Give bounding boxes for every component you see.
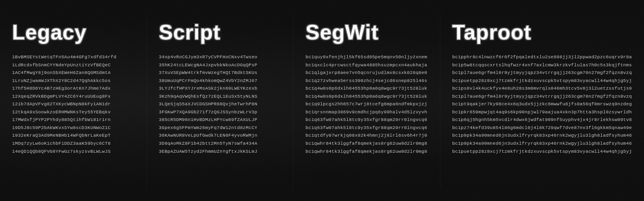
address-item[interactable]: 1LdRcdxfbSnmCYYNdeYpUnztiYzVfBEQeC xyxy=(12,61,134,69)
address-item[interactable]: bc1qwhr84tk3lggfaf8qmekjas8rg62uw8d2lr0m… xyxy=(305,148,428,156)
address-item[interactable]: 3FGKwP7XQA9Gb27if7zQGJSSynbzWLrV3p xyxy=(159,108,281,116)
address-item[interactable]: bc1pt9qakjer7ky08ce4x6q3udx5jjzkc6mwwfu8… xyxy=(452,100,632,108)
address-item[interactable]: bc1pl7aue6grfm4l6r9yjtmyyjqpz34vtrrgqjj2… xyxy=(452,92,632,100)
address-item[interactable]: 35hK24tcLEWcgNA4JxpvbkNkoAcDGqQPsP xyxy=(159,61,281,69)
column-taproot: Taprootbc1pphr8c4lnwzcf6r0f2fpqaledtxlu2… xyxy=(440,12,644,189)
address-item[interactable]: bc1p6qj5hgnh5km5vcdlr4dwx6jwdfat909nf5uy… xyxy=(452,116,632,124)
address-item[interactable]: bc1pkr659mpwjqt4aq9s6kp90npjwl79aajua4xk… xyxy=(452,108,632,116)
address-item[interactable]: 36KAwNUR8VeLpUfGwdk7LEN6F4yvoRWMjn xyxy=(159,131,281,139)
segwit-title: SegWit xyxy=(305,20,428,44)
address-item[interactable]: bc1pphr8c4lnwzcf6r0f2fpqaledtxlu2se808jj… xyxy=(452,53,632,61)
legacy-address-list: 1BvBMSEYstWetqTFn5Au4m4GFg7xdfd34rfd1LdR… xyxy=(12,53,134,155)
segwit-address-list: bc1quy0xfenjhjl5kf65sd05pe5mqnv50nljyżxn… xyxy=(305,53,428,155)
address-item[interactable]: 3LYJfcfHPXYJreMsASk2jkn69LWEYKzexb xyxy=(159,84,281,92)
taproot-address-list: bc1pphr8c4lnwzcf6r0f2fpqaledtxlu2se808jj… xyxy=(452,53,632,155)
script-title: Script xyxy=(159,20,281,44)
address-item[interactable]: 3LQeSjqS5aXJVCDGSHPR88QvjheTwrhP8N xyxy=(159,100,281,108)
address-item[interactable]: 1BvBMSEYstWetqTFn5Au4m4GFg7xdfd34rfd xyxy=(12,53,134,61)
address-item[interactable]: bc1q63fw07ahk5l8tc9y35xfgr88qm29rr0lngvc… xyxy=(305,116,428,124)
address-item[interactable]: bc1qrsnnmap3869v9cmdhcjpq6y99halv4d5lzvy… xyxy=(305,108,428,116)
address-item[interactable]: 1AC4fMwgY8j9onSbXEWeH6Zan8QGMSdmtA xyxy=(12,69,134,77)
address-item[interactable]: bc1q4w0s0p6dxlh04553hp0a6q8wgc9r73jt528l… xyxy=(305,92,428,100)
address-item[interactable]: 14eQD1QQb8QFVG8YFwGz7skyzsvBLWLwJS xyxy=(12,148,134,156)
address-item[interactable]: 1MDq7zyLw6oKichbFiDDZ3aaK59byc6CT8 xyxy=(12,139,134,148)
address-item[interactable]: bc1ps8vl4k4uckfyv4e8uh28s3m0mvrqls046mh3… xyxy=(452,84,632,92)
address-item[interactable]: bc1p9pk34a90mned6jn3udxlfryrqk83xp46rnk2… xyxy=(452,131,632,139)
address-item[interactable]: bc1puetpp28z8xcj7tzmkfrjtkdzxuvscpk5vtsp… xyxy=(452,148,632,156)
address-item[interactable]: bc1q27zvhwea5erss390zhcj4sejcd6snep825l4… xyxy=(305,77,428,85)
address-item[interactable]: 385cR5DM96n1HvBDMzLHPYcw89fZAXULJP xyxy=(159,116,281,124)
address-item[interactable]: bc1p5w8tcqqscxrtslhqfwzr4xnf7axlcmw3krzk… xyxy=(452,61,632,69)
address-item[interactable]: bc1p9pk34a90mned6jn3udxlfryrqk83xp46rnk2… xyxy=(452,139,632,148)
address-item[interactable]: bc1qlgajxrp8aee7vn5qcnrujudlmx8csxk028q8… xyxy=(305,69,428,77)
address-item[interactable]: 12ib7dApVFvg82TXKycWBNpN8kFyiAN1dr xyxy=(12,100,134,108)
address-item[interactable]: bc1quy0xfenjhjl5kf65sd05pe5mqnv50nljyżxn… xyxy=(305,53,428,61)
address-item[interactable]: bc1pl7aue6grfm4l6r9yjtmyyjqpz34vtrrgqjj2… xyxy=(452,69,632,77)
address-item[interactable]: 17hf5H8D6Yc4B7zHEg3orAtKn7Jhme7Adx xyxy=(12,84,134,92)
address-item[interactable]: 1932eKraQ3Ad9MeNBHb14WFQbNrLaKeEpT xyxy=(12,131,134,139)
taproot-title: Taproot xyxy=(452,20,632,44)
address-item[interactable]: 12tkqA9xSoowkzoERHMWNKsTey55YEBqkv xyxy=(12,108,134,116)
address-item[interactable]: 3Gpex6g5FPmYWm26myFq7dW12ntd8zMcCY xyxy=(159,124,281,132)
address-item[interactable]: 3D8qAoMkZ8F1b42btt2Mn5TyN7sWfa434A xyxy=(159,139,281,148)
legacy-title: Legacy xyxy=(12,20,134,44)
address-item[interactable]: bc1qwhr84tk3lggfaf8qmekjas8rg62uw8d2lr0m… xyxy=(305,139,428,148)
address-item[interactable]: 19D5J8c59P2bAkWKvxSYw8scD3KUNWoZ1C xyxy=(12,124,134,132)
address-item[interactable]: 34xp4vRoCGJym3xR7yCVPFHoCNxv4Twseo xyxy=(159,53,281,61)
column-script: Script34xp4vRoCGJym3xR7yCVPFHoCNxv4Twseo… xyxy=(147,12,294,189)
address-item[interactable]: bc1qtdfy07wrkjq08x92k4hmnj2j8lrl6sv6h4r7… xyxy=(305,131,428,139)
main-container: Legacy1BvBMSEYstWetqTFn5Au4m4GFg7xdfd34r… xyxy=(0,0,644,201)
address-item[interactable]: bc1qxclc4prcwsctfqywa4885hsuzmpcxn4aukha… xyxy=(305,61,428,69)
address-item[interactable]: 37XuVSEpWW4trkfmvWzegTHQt7BdktSKUs xyxy=(159,69,281,77)
column-legacy: Legacy1BvBMSEYstWetqTFn5Au4m4GFg7xdfd34r… xyxy=(0,12,147,189)
address-item[interactable]: bc1q9lpcgs2hh657c7wrj8tcefg6mpa6ndfmkpxj… xyxy=(305,100,428,108)
address-item[interactable]: 17MWdxfjPYP2PYhdy885QtihfbW181r1rn xyxy=(12,116,134,124)
address-item[interactable]: 3EBpAZUAW5Tzyd2FhmmUZnYgftxJkKSLmJ xyxy=(159,148,281,156)
address-item[interactable]: 3Kzh9qAqVWQhEsfQz7zEQL1EuSx5tyNLNS xyxy=(159,92,281,100)
address-item[interactable]: bc1q4w0s0p6dxlh04553hp0a6q8wgc9r73jt528l… xyxy=(305,84,428,92)
address-item[interactable]: 12XqeqZRVkBDgmPLVY4ZC6Y4ruUUEug8Fx xyxy=(12,92,134,100)
address-item[interactable]: 1LruNZjwamWJXThX2Y8C2d47QqhAkkc5os xyxy=(12,77,134,85)
column-segwit: SegWitbc1quy0xfenjhjl5kf65sd05pe5mqnv50n… xyxy=(293,12,440,189)
address-item[interactable]: bc1puetpp28z8xcj7tzmkfrjtkdzxuvscpk5vtsp… xyxy=(452,77,632,85)
address-item[interactable]: bc1q63fw07ahk5l8tc9y35xfgr88qm29rr0lngvc… xyxy=(305,124,428,132)
script-address-list: 34xp4vRoCGJym3xR7yCVPFHoCNxv4Twseo35hK24… xyxy=(159,53,281,155)
address-item[interactable]: bc1pz74kefd39u854l86g6mdcl0j4l8k729qwf7d… xyxy=(452,124,632,132)
address-item[interactable]: 38UmuUqPCrFmQo4khkomQwZ4VbY2nZMJ67 xyxy=(159,77,281,85)
